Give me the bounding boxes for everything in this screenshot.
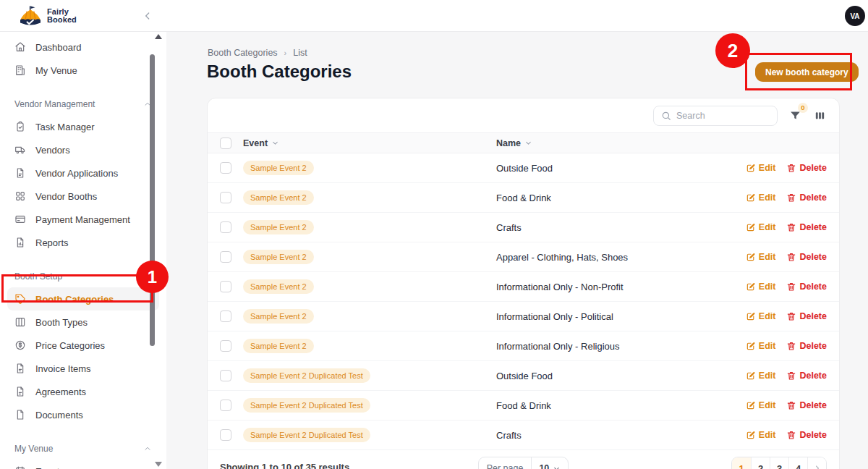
row-checkbox[interactable] bbox=[220, 370, 231, 381]
sidebar-item-label: Payment Management bbox=[35, 214, 130, 225]
edit-button[interactable]: Edit bbox=[746, 193, 776, 203]
sidebar-item-task-manager[interactable]: Task Manager bbox=[7, 115, 159, 138]
row-checkbox[interactable] bbox=[220, 192, 231, 203]
chevron-left-icon bbox=[142, 10, 153, 22]
event-badge: Sample Event 2 bbox=[243, 250, 314, 264]
per-page-select[interactable]: 10 bbox=[532, 457, 568, 469]
filter-button[interactable]: 0 bbox=[789, 109, 802, 122]
breadcrumb-booth-categories[interactable]: Booth Categories bbox=[208, 48, 278, 58]
sidebar-item-booth-categories[interactable]: Booth Categories bbox=[7, 287, 159, 310]
sidebar-item-reports[interactable]: Reports bbox=[7, 231, 159, 254]
row-checkbox[interactable] bbox=[220, 251, 231, 263]
event-badge: Sample Event 2 Duplicated Test bbox=[243, 428, 370, 442]
user-avatar[interactable]: VA bbox=[845, 6, 865, 26]
delete-button[interactable]: Delete bbox=[786, 282, 827, 292]
sidebar-item-label: Vendor Booths bbox=[35, 191, 97, 202]
sidebar-item-agreements[interactable]: Agreements bbox=[7, 380, 159, 403]
dollar-circle-icon bbox=[14, 339, 26, 351]
document-icon bbox=[14, 167, 26, 179]
brand-logo[interactable]: Fairly Booked bbox=[19, 5, 77, 27]
chevron-right-icon bbox=[813, 464, 822, 469]
row-checkbox[interactable] bbox=[220, 340, 231, 352]
delete-button[interactable]: Delete bbox=[786, 311, 827, 321]
row-checkbox[interactable] bbox=[220, 281, 231, 292]
sidebar-section-booth-setup: Booth Setup bbox=[7, 271, 159, 282]
column-header-event[interactable]: Event bbox=[243, 138, 279, 148]
edit-button[interactable]: Edit bbox=[746, 430, 776, 440]
home-icon bbox=[14, 41, 26, 53]
sidebar-item-documents[interactable]: Documents bbox=[7, 403, 159, 426]
sidebar-item-label: Reports bbox=[35, 237, 69, 248]
page-button-2[interactable]: 2 bbox=[751, 457, 770, 469]
delete-button[interactable]: Delete bbox=[786, 193, 827, 203]
sidebar-item-vendor-applications[interactable]: Vendor Applications bbox=[7, 161, 159, 185]
chevron-up-icon[interactable] bbox=[143, 444, 152, 453]
table-row: Sample Event 2Food & DrinkEditDelete bbox=[208, 183, 839, 213]
circus-tent-icon bbox=[19, 5, 42, 27]
trash-icon bbox=[786, 371, 796, 381]
delete-button[interactable]: Delete bbox=[786, 371, 827, 381]
category-name: Informational Only - Non-Profit bbox=[496, 282, 624, 292]
building-icon bbox=[14, 64, 26, 76]
truck-icon bbox=[14, 144, 26, 156]
sidebar-item-vendor-booths[interactable]: Vendor Booths bbox=[7, 185, 159, 208]
sidebar-item-label: Task Manager bbox=[35, 122, 95, 132]
page-button-4[interactable]: 4 bbox=[788, 457, 807, 469]
edit-button[interactable]: Edit bbox=[746, 371, 776, 381]
column-header-name[interactable]: Name bbox=[496, 138, 532, 148]
edit-button[interactable]: Edit bbox=[746, 282, 776, 292]
sidebar-scrollbar-thumb[interactable] bbox=[150, 54, 155, 346]
sidebar-item-invoice-items[interactable]: Invoice Items bbox=[7, 357, 159, 380]
search-input[interactable] bbox=[676, 111, 756, 121]
breadcrumb-list[interactable]: List bbox=[293, 48, 307, 58]
new-booth-category-button[interactable]: New booth category bbox=[755, 62, 859, 82]
row-checkbox[interactable] bbox=[220, 400, 231, 411]
edit-button[interactable]: Edit bbox=[746, 222, 776, 232]
columns-icon bbox=[14, 316, 26, 328]
delete-button[interactable]: Delete bbox=[786, 163, 827, 173]
sidebar-item-label: Booth Categories bbox=[35, 294, 114, 305]
column-settings-button[interactable] bbox=[814, 109, 827, 122]
delete-button[interactable]: Delete bbox=[786, 341, 827, 351]
topbar: Fairly Booked VA bbox=[0, 0, 868, 32]
sidebar-item-price-categories[interactable]: Price Categories bbox=[7, 334, 159, 357]
delete-button[interactable]: Delete bbox=[786, 222, 827, 232]
row-checkbox[interactable] bbox=[220, 429, 231, 441]
sidebar-item-booth-types[interactable]: Booth Types bbox=[7, 310, 159, 334]
event-badge: Sample Event 2 bbox=[243, 339, 314, 353]
delete-button[interactable]: Delete bbox=[786, 252, 827, 262]
table-row: Sample Event 2Informational Only - Non-P… bbox=[208, 272, 839, 302]
sidebar-collapse-button[interactable] bbox=[140, 9, 155, 23]
edit-button[interactable]: Edit bbox=[746, 400, 776, 410]
sidebar-item-payment-management[interactable]: Payment Management bbox=[7, 208, 159, 231]
next-page-button[interactable] bbox=[807, 457, 826, 469]
edit-icon bbox=[746, 400, 756, 410]
page-button-3[interactable]: 3 bbox=[770, 457, 788, 469]
row-checkbox[interactable] bbox=[220, 162, 231, 174]
select-all-checkbox[interactable] bbox=[220, 138, 231, 149]
delete-button[interactable]: Delete bbox=[786, 400, 827, 410]
sidebar-scroll-up-arrow[interactable] bbox=[155, 34, 162, 39]
sidebar-item-events[interactable]: Events bbox=[7, 460, 159, 469]
sidebar-item-my-venue[interactable]: My Venue bbox=[7, 59, 159, 82]
edit-button[interactable]: Edit bbox=[746, 311, 776, 321]
trash-icon bbox=[786, 282, 796, 292]
delete-button[interactable]: Delete bbox=[786, 430, 827, 440]
edit-button[interactable]: Edit bbox=[746, 252, 776, 262]
sidebar-item-vendors[interactable]: Vendors bbox=[7, 138, 159, 161]
sidebar-section-vendor-management: Vendor Management bbox=[7, 98, 159, 110]
page-button-1[interactable]: 1 bbox=[732, 457, 751, 469]
event-badge: Sample Event 2 bbox=[243, 220, 314, 234]
edit-button[interactable]: Edit bbox=[746, 341, 776, 351]
sidebar-scroll-down-arrow[interactable] bbox=[155, 462, 162, 467]
sidebar-item-dashboard[interactable]: Dashboard bbox=[7, 35, 159, 59]
results-summary: Showing 1 to 10 of 35 results bbox=[220, 457, 478, 469]
event-badge: Sample Event 2 Duplicated Test bbox=[243, 398, 370, 413]
row-checkbox[interactable] bbox=[220, 310, 231, 322]
tag-icon bbox=[14, 293, 26, 305]
row-checkbox[interactable] bbox=[220, 221, 231, 233]
edit-icon bbox=[746, 282, 756, 292]
edit-button[interactable]: Edit bbox=[746, 163, 776, 173]
edit-icon bbox=[746, 311, 756, 321]
edit-icon bbox=[746, 430, 756, 440]
